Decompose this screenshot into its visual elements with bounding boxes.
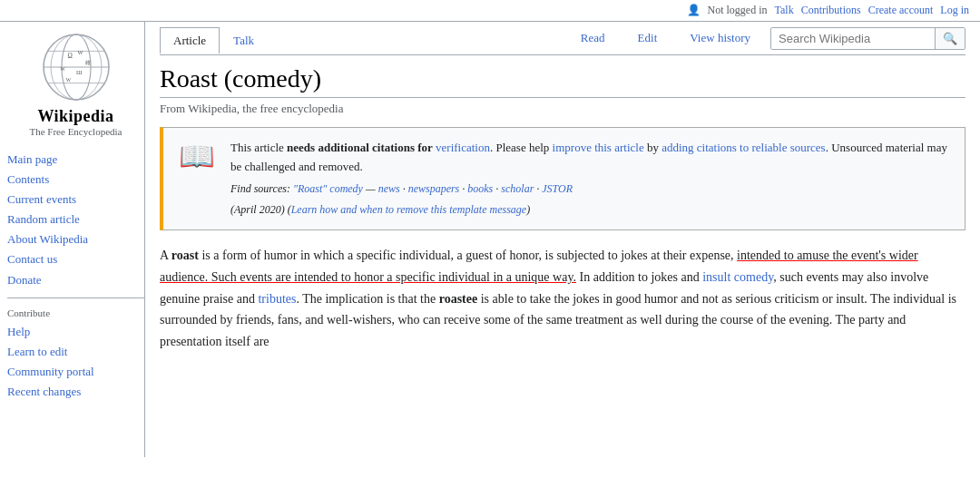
- sidebar: Ω W 維 W Ш W Wikipedia The Free Encyclope…: [0, 22, 145, 457]
- tab-read[interactable]: Read: [568, 25, 618, 51]
- tabs-left: Article Talk: [160, 27, 268, 53]
- wikipedia-brand: Wikipedia: [7, 107, 144, 126]
- main-content: Article Talk Read Edit View history 🔍 Ro…: [145, 22, 980, 457]
- notice-citations-link[interactable]: adding citations to reliable sources: [662, 141, 826, 154]
- sidebar-item-recent-changes[interactable]: Recent changes: [7, 382, 144, 402]
- sidebar-divider-1: [7, 298, 144, 298]
- contributions-link[interactable]: Contributions: [801, 4, 861, 17]
- tab-view-history[interactable]: View history: [677, 25, 763, 51]
- search-input[interactable]: [771, 28, 935, 49]
- source-roast-comedy-link[interactable]: "Roast" comedy: [293, 182, 363, 195]
- sidebar-item-donate[interactable]: Donate: [7, 270, 144, 290]
- article-body: A roast is a form of humor in which a sp…: [160, 245, 965, 353]
- tab-bar: Article Talk Read Edit View history 🔍: [160, 22, 965, 55]
- svg-text:維: 維: [83, 60, 90, 65]
- source-scholar-link[interactable]: scholar: [501, 182, 534, 195]
- article-paragraph-1: A roast is a form of humor in which a sp…: [160, 245, 965, 353]
- svg-text:Ω: Ω: [67, 53, 72, 60]
- layout: Ω W 維 W Ш W Wikipedia The Free Encyclope…: [0, 22, 980, 457]
- contribute-navigation: Help Learn to edit Community portal Rece…: [7, 322, 144, 402]
- contribute-section-label: Contribute: [7, 307, 144, 318]
- svg-text:W: W: [60, 66, 65, 72]
- sidebar-item-contents[interactable]: Contents: [7, 170, 144, 190]
- search-button[interactable]: 🔍: [935, 28, 965, 49]
- source-jstor-link[interactable]: JSTOR: [542, 182, 573, 195]
- log-in-link[interactable]: Log in: [940, 4, 969, 17]
- remove-template-link[interactable]: Learn how and when to remove this templa…: [291, 203, 527, 216]
- talk-link[interactable]: Talk: [775, 4, 794, 17]
- find-sources-label: Find sources:: [230, 182, 290, 195]
- tabs-right: Read Edit View history 🔍: [568, 25, 965, 54]
- tab-article[interactable]: Article: [160, 27, 220, 54]
- svg-text:W: W: [77, 49, 83, 55]
- article-title: Roast (comedy): [160, 64, 965, 98]
- top-bar: 👤 Not logged in Talk Contributions Creat…: [0, 0, 980, 22]
- article-subtitle: From Wikipedia, the free encyclopedia: [160, 102, 965, 116]
- notice-text-1: This article needs additional citations …: [230, 141, 947, 173]
- roast-bold: roast: [172, 249, 199, 262]
- source-newspapers-link[interactable]: newspapers: [408, 182, 460, 195]
- tab-talk[interactable]: Talk: [220, 27, 268, 54]
- notice-date: (April 2020) (Learn how and when to remo…: [230, 201, 954, 219]
- source-news-link[interactable]: news: [378, 182, 400, 195]
- sidebar-item-community-portal[interactable]: Community portal: [7, 362, 144, 382]
- wikipedia-globe-icon: Ω W 維 W Ш W: [40, 31, 113, 103]
- sidebar-item-random-article[interactable]: Random article: [7, 210, 144, 229]
- insult-comedy-link[interactable]: insult comedy: [702, 270, 773, 284]
- underlined-sentence-1: intended to amuse the event's wider audi…: [160, 249, 918, 284]
- source-books-link[interactable]: books: [467, 182, 493, 195]
- user-icon: 👤: [687, 4, 701, 17]
- sidebar-item-help[interactable]: Help: [7, 322, 144, 342]
- sidebar-item-current-events[interactable]: Current events: [7, 190, 144, 210]
- tab-edit[interactable]: Edit: [625, 25, 671, 51]
- roastee-bold: roastee: [439, 292, 478, 306]
- svg-text:W: W: [65, 77, 71, 83]
- sidebar-item-about-wikipedia[interactable]: About Wikipedia: [7, 229, 144, 249]
- notice-verification-link[interactable]: verification: [436, 141, 490, 154]
- create-account-link[interactable]: Create account: [868, 4, 934, 17]
- sidebar-logo: Ω W 維 W Ш W Wikipedia The Free Encyclope…: [7, 31, 144, 137]
- sidebar-item-learn-to-edit[interactable]: Learn to edit: [7, 342, 144, 362]
- notice-text: This article needs additional citations …: [230, 139, 954, 219]
- svg-text:Ш: Ш: [76, 69, 83, 75]
- sidebar-item-main-page[interactable]: Main page: [7, 150, 144, 170]
- notice-improve-link[interactable]: improve this article: [553, 141, 644, 154]
- not-logged-in-label: Not logged in: [708, 4, 768, 17]
- notice-icon: 📖: [174, 139, 220, 219]
- sidebar-item-contact-us[interactable]: Contact us: [7, 249, 144, 269]
- search-box: 🔍: [770, 27, 965, 50]
- sidebar-navigation: Main page Contents Current events Random…: [7, 150, 144, 290]
- sidebar-tagline: The Free Encyclopedia: [7, 126, 144, 137]
- tributes-link[interactable]: tributes: [258, 292, 296, 306]
- notice-sources: Find sources: "Roast" comedy — news · ne…: [230, 180, 954, 198]
- notice-box: 📖 This article needs additional citation…: [160, 127, 965, 230]
